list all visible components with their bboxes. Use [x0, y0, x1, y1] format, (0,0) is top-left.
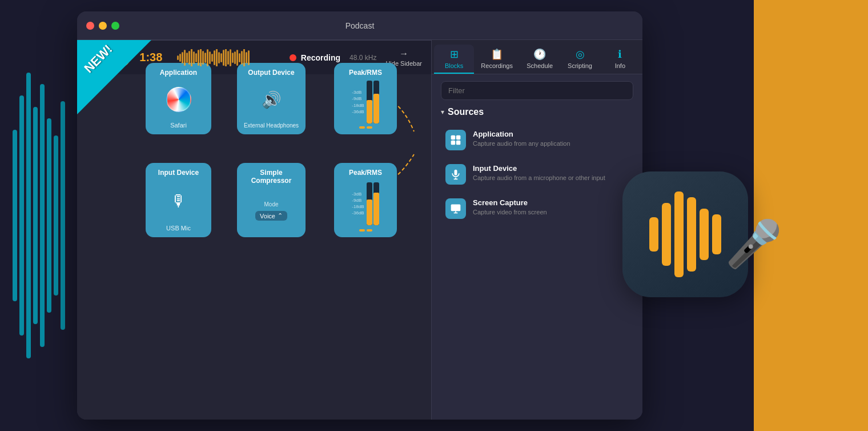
- source-application-name: Application: [473, 130, 570, 138]
- source-item-extra[interactable]: Screen Capture Capture video from screen: [441, 193, 633, 225]
- chevron-down-icon: ▾: [441, 108, 444, 116]
- filter-input[interactable]: [441, 81, 633, 100]
- tab-schedule[interactable]: 🕐 Schedule: [520, 45, 560, 74]
- compressor-mode-value: Voice: [260, 213, 275, 220]
- source-extra-desc: Capture video from screen: [473, 208, 547, 217]
- node-peak-rms-top[interactable]: Peak/RMS -3dB -9dB -18dB -36dB: [334, 63, 397, 134]
- node-input-device[interactable]: Input Device 🎙 USB Mic: [146, 163, 211, 237]
- source-extra-name: Screen Capture: [473, 198, 547, 207]
- tab-recordings[interactable]: 📋 Recordings: [474, 45, 520, 74]
- node-input-label: USB Mic: [166, 225, 191, 232]
- sources-title: Sources: [448, 107, 484, 117]
- safari-icon: [166, 87, 191, 112]
- tab-info[interactable]: ℹ Info: [600, 45, 640, 74]
- compressor-mode-label: Mode: [264, 201, 278, 207]
- window-controls: [86, 22, 119, 30]
- chevron-icon: ⌃: [278, 212, 283, 220]
- tab-blocks-label: Blocks: [445, 62, 463, 69]
- sidebar: ⊞ Blocks 📋 Recordings 🕐 Schedule ◎ Scrip…: [431, 40, 642, 420]
- bg-left-bars: [0, 0, 77, 431]
- source-application-desc: Capture audio from any application: [473, 139, 570, 148]
- input-device-source-icon: [445, 164, 466, 185]
- svg-rect-11: [451, 205, 461, 211]
- speaker-icon: 🔊: [262, 90, 282, 109]
- section-header-sources[interactable]: ▾ Sources: [441, 107, 633, 117]
- filter-bar: [432, 74, 642, 107]
- node-compressor[interactable]: Simple Compressor Mode Voice ⌃: [237, 163, 306, 237]
- node-peak-top-title: Peak/RMS: [349, 69, 382, 77]
- svg-rect-7: [456, 141, 461, 145]
- svg-rect-4: [451, 135, 456, 140]
- window-title: Podcast: [345, 21, 375, 30]
- maximize-button[interactable]: [111, 22, 119, 30]
- source-input-device-name: Input Device: [473, 164, 605, 173]
- schedule-icon: 🕐: [533, 48, 546, 61]
- node-output-label: External Headphones: [244, 122, 299, 129]
- node-peak-rms-bottom[interactable]: Peak/RMS -3dB -9dB -18dB -36dB: [334, 163, 397, 237]
- node-application[interactable]: Application Safari: [146, 63, 211, 134]
- decorative-mic: 🎤: [725, 217, 794, 271]
- node-application-title: Application: [160, 69, 197, 77]
- source-item-application[interactable]: Application Capture audio from any appli…: [441, 124, 633, 156]
- tab-bar: ⊞ Blocks 📋 Recordings 🕐 Schedule ◎ Scrip…: [432, 40, 642, 74]
- svg-rect-5: [456, 135, 461, 140]
- blocks-icon: ⊞: [450, 48, 459, 61]
- mic-icon: 🎙: [171, 191, 187, 210]
- tab-scripting-label: Scripting: [568, 62, 592, 69]
- source-item-input-device[interactable]: Input Device Capture audio from a microp…: [441, 158, 633, 190]
- nodes-container: Application Safari Output Device 🔊 Exter…: [123, 57, 420, 374]
- new-banner: NEW!: [77, 40, 151, 114]
- tab-recordings-label: Recordings: [481, 62, 513, 69]
- scripting-icon: ◎: [576, 48, 585, 61]
- canvas-area: NEW! Application: [77, 40, 431, 420]
- title-bar: Podcast: [77, 11, 642, 40]
- tab-blocks[interactable]: ⊞ Blocks: [434, 45, 474, 74]
- tab-scripting[interactable]: ◎ Scripting: [560, 45, 600, 74]
- app-window: Podcast NEW!: [77, 11, 642, 420]
- node-output-title: Output Device: [248, 69, 294, 77]
- bg-yellow-right: [754, 0, 868, 431]
- recordings-icon: 📋: [491, 48, 503, 61]
- tab-info-label: Info: [615, 62, 625, 69]
- sources-section: ▾ Sources Application Capture: [432, 107, 642, 420]
- node-application-label: Safari: [170, 122, 187, 129]
- close-button[interactable]: [86, 22, 94, 30]
- svg-rect-6: [451, 141, 456, 145]
- application-source-icon: [445, 130, 466, 150]
- node-compressor-title: Simple Compressor: [243, 169, 300, 185]
- extra-source-icon: [445, 198, 466, 219]
- source-input-device-desc: Capture audio from a microphone or other…: [473, 174, 605, 182]
- minimize-button[interactable]: [99, 22, 107, 30]
- compressor-mode-selector[interactable]: Voice ⌃: [255, 211, 287, 221]
- svg-rect-8: [455, 170, 457, 175]
- tab-schedule-label: Schedule: [527, 62, 553, 69]
- node-input-title: Input Device: [158, 169, 199, 177]
- info-icon: ℹ: [618, 48, 622, 61]
- node-output-device[interactable]: Output Device 🔊 External Headphones: [237, 63, 306, 134]
- node-peak-bottom-title: Peak/RMS: [349, 169, 382, 177]
- main-content: NEW! Application: [77, 40, 642, 420]
